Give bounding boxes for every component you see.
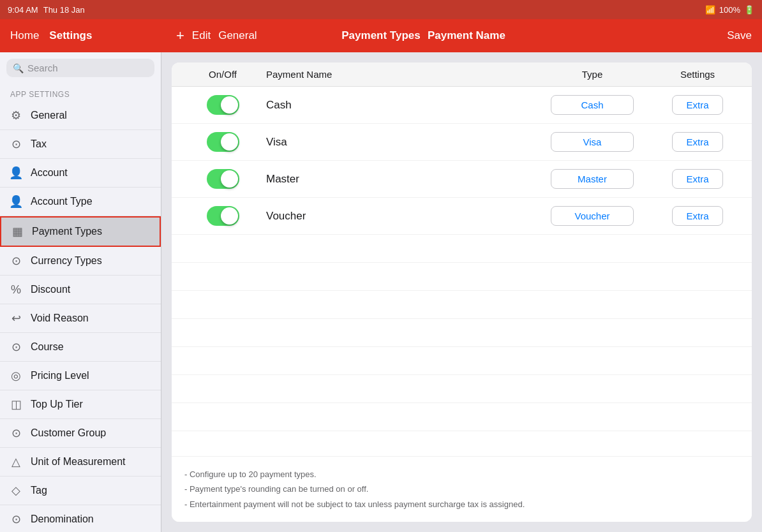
general-icon: ⚙	[9, 108, 23, 122]
pricing-level-icon: ◎	[9, 369, 23, 383]
sidebar-item-customer-group[interactable]: ⊙Customer Group	[0, 419, 161, 448]
sidebar-item-currency-types[interactable]: ⊙Currency Types	[0, 247, 161, 276]
sidebar-label-top-up-tier: Top Up Tier	[31, 399, 83, 410]
course-icon: ⊙	[9, 340, 23, 354]
table-row-voucher: VoucherVoucherExtra	[172, 198, 752, 235]
table-row-empty-4	[172, 347, 752, 375]
sidebar-label-account: Account	[31, 167, 68, 179]
extra-button-visa[interactable]: Extra	[672, 132, 723, 152]
sidebar-item-pricing-level[interactable]: ◎Pricing Level	[0, 362, 161, 390]
sidebar-label-customer-group: Customer Group	[31, 427, 106, 439]
sidebar-item-discount[interactable]: %Discount	[0, 276, 161, 304]
search-input[interactable]: Search	[27, 63, 58, 73]
denomination-icon: ⊙	[9, 512, 23, 526]
customer-group-icon: ⊙	[9, 426, 23, 440]
status-date: Thu 18 Jan	[43, 5, 85, 15]
account-icon: 👤	[9, 166, 23, 180]
nav-bar: Home Settings + Edit General Payment Nam…	[0, 19, 762, 52]
table-row-master: MasterMasterExtra	[172, 161, 752, 198]
discount-icon: %	[9, 283, 23, 297]
header-settings: Settings	[656, 69, 739, 80]
table-row-empty-1	[172, 263, 752, 291]
table-row-empty-3	[172, 319, 752, 347]
wifi-icon: 📶	[705, 5, 715, 15]
sidebar-label-unit-of-measurement: Unit of Measurement	[31, 456, 126, 468]
header-type: Type	[528, 69, 656, 80]
payment-types-icon: ▦	[10, 225, 24, 239]
unit-of-measurement-icon: △	[9, 455, 23, 469]
table-row-empty-2	[172, 291, 752, 319]
extra-button-master[interactable]: Extra	[672, 169, 723, 189]
payment-name-voucher: Voucher	[261, 210, 528, 223]
nav-settings-label: Settings	[49, 29, 92, 42]
status-bar: 9:04 AM Thu 18 Jan 📶 100% 🔋	[0, 0, 762, 19]
sidebar-label-course: Course	[31, 341, 64, 353]
nav-home-button[interactable]: Home	[10, 29, 39, 42]
battery-percentage: 100%	[719, 5, 740, 15]
sidebar-item-course[interactable]: ⊙Course	[0, 333, 161, 362]
sidebar-label-tax: Tax	[31, 138, 47, 150]
void-reason-icon: ↩	[9, 311, 23, 325]
sidebar-label-general: General	[31, 110, 67, 121]
sidebar-item-void-reason[interactable]: ↩Void Reason	[0, 304, 161, 333]
sidebar-label-payment-types: Payment Types	[32, 226, 102, 237]
table-row-cash: CashCashExtra	[172, 87, 752, 124]
type-button-cash[interactable]: Cash	[551, 95, 634, 115]
nav-save-button[interactable]: Save	[727, 29, 752, 42]
account-type-icon: 👤	[9, 195, 23, 209]
sidebar-label-pricing-level: Pricing Level	[31, 370, 89, 381]
currency-types-icon: ⊙	[9, 254, 23, 268]
sidebar-item-payment-types[interactable]: ▦Payment Types	[0, 216, 161, 247]
sidebar-item-account[interactable]: 👤Account	[0, 159, 161, 188]
sidebar-items: ⚙General⊙Tax👤Account👤Account Type▦Paymen…	[0, 101, 161, 532]
header-on-off: On/Off	[184, 69, 261, 80]
footer-note: - Payment type's rounding can be turned …	[184, 482, 739, 496]
type-button-voucher[interactable]: Voucher	[551, 206, 634, 226]
toggle-master[interactable]	[207, 169, 239, 189]
extra-button-cash[interactable]: Extra	[672, 95, 723, 115]
table-body: CashCashExtraVisaVisaExtraMasterMasterEx…	[172, 87, 752, 456]
tag-icon: ◇	[9, 484, 23, 498]
main-layout: 🔍 Search APP SETTINGS ⚙General⊙Tax👤Accou…	[0, 52, 762, 532]
sidebar-item-account-type[interactable]: 👤Account Type	[0, 188, 161, 216]
search-bar[interactable]: 🔍 Search	[6, 59, 154, 77]
sidebar: 🔍 Search APP SETTINGS ⚙General⊙Tax👤Accou…	[0, 52, 161, 532]
search-icon: 🔍	[13, 63, 24, 73]
table-footer: - Configure up to 20 payment types.- Pay…	[172, 456, 752, 522]
header-payment-name: Payment Name	[261, 69, 528, 80]
sidebar-label-void-reason: Void Reason	[31, 313, 89, 324]
toggle-visa[interactable]	[207, 132, 239, 152]
type-button-master[interactable]: Master	[551, 169, 634, 189]
nav-page-title: Payment Types	[341, 29, 420, 42]
payment-name-master: Master	[261, 173, 528, 186]
payment-name-visa: Visa	[261, 136, 528, 149]
toggle-voucher[interactable]	[207, 206, 239, 226]
section-label: APP SETTINGS	[0, 84, 161, 101]
nav-add-button[interactable]: +	[176, 27, 184, 44]
sidebar-item-tax[interactable]: ⊙Tax	[0, 130, 161, 159]
footer-note: - Entertainment payment will not be subj…	[184, 497, 739, 512]
table-row-empty-7	[172, 431, 752, 456]
toggle-cash[interactable]	[207, 95, 239, 115]
table-row-visa: VisaVisaExtra	[172, 124, 752, 161]
sidebar-item-top-up-tier[interactable]: ◫Top Up Tier	[0, 390, 161, 419]
table-row-empty-5	[172, 375, 752, 403]
extra-button-voucher[interactable]: Extra	[672, 206, 723, 226]
table-row-empty-6	[172, 403, 752, 431]
sidebar-item-general[interactable]: ⚙General	[0, 101, 161, 130]
nav-title: Payment Name	[206, 29, 728, 42]
sidebar-label-denomination: Denomination	[31, 514, 94, 525]
top-up-tier-icon: ◫	[9, 397, 23, 411]
sidebar-item-tag[interactable]: ◇Tag	[0, 477, 161, 505]
tax-icon: ⊙	[9, 137, 23, 151]
content-area: On/Off Payment Name Type Settings CashCa…	[161, 52, 762, 532]
type-button-visa[interactable]: Visa	[551, 132, 634, 152]
sidebar-label-account-type: Account Type	[31, 196, 93, 207]
sidebar-label-currency-types: Currency Types	[31, 255, 102, 267]
status-time: 9:04 AM	[8, 5, 38, 15]
sidebar-label-discount: Discount	[31, 284, 70, 295]
sidebar-label-tag: Tag	[31, 485, 47, 496]
battery-icon: 🔋	[744, 5, 754, 15]
sidebar-item-denomination[interactable]: ⊙Denomination	[0, 505, 161, 532]
sidebar-item-unit-of-measurement[interactable]: △Unit of Measurement	[0, 448, 161, 477]
